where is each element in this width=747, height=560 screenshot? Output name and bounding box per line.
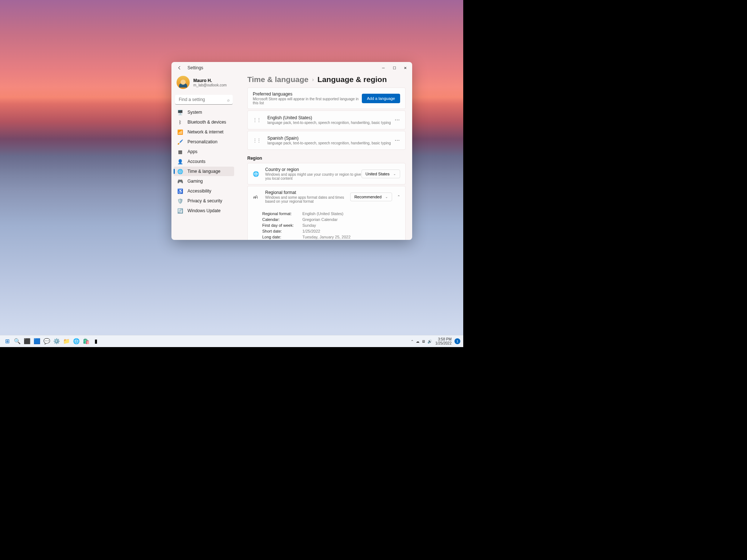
nav-icon: 🖥️ — [177, 109, 183, 115]
language-item[interactable]: ⋮⋮Spanish (Spain)language pack, text-to-… — [247, 131, 406, 150]
search-input[interactable] — [175, 95, 233, 105]
volume-icon[interactable]: 🔊 — [427, 339, 432, 343]
nav-item-bluetooth-devices[interactable]: ᛒBluetooth & devices — [174, 117, 234, 127]
preferred-sub: Microsoft Store apps will appear in the … — [253, 97, 362, 105]
language-item[interactable]: ⋮⋮English (United States)language pack, … — [247, 110, 406, 129]
format-title: Regional format — [265, 190, 350, 195]
breadcrumb-parent[interactable]: Time & language — [247, 75, 309, 84]
country-sub: Windows and apps might use your country … — [265, 172, 361, 180]
nav-icon: ᛒ — [177, 119, 183, 125]
nav-item-personalization[interactable]: 🖌️Personalization — [174, 137, 234, 147]
nav-icon: 📶 — [177, 129, 183, 135]
taskbar: ⊞ 🔍 ⬛ 🟦 💬 ⚙️ 📁 🌐 🛍️ ▮ ⌃ ☁ 🖥 🔊 3:58 PM 1/… — [0, 335, 463, 347]
nav-list: 🖥️SystemᛒBluetooth & devices📶Network & i… — [174, 108, 234, 215]
nav-item-time-language[interactable]: 🌐Time & language — [174, 167, 234, 176]
edge-icon[interactable]: 🌐 — [72, 337, 81, 346]
tray-chevron-up-icon[interactable]: ⌃ — [411, 339, 414, 343]
back-button[interactable] — [176, 64, 183, 71]
taskbar-search-icon[interactable]: 🔍 — [13, 337, 22, 346]
regional-format-row: 🗚 Regional format Windows and some apps … — [247, 186, 406, 207]
country-dropdown[interactable]: United States ⌄ — [361, 170, 400, 178]
user-email: m_lab@outlook.com — [193, 83, 227, 87]
add-language-button[interactable]: Add a language — [362, 94, 400, 103]
format-detail-row: First day of week:Sunday — [262, 222, 400, 228]
language-name: English (United States) — [267, 115, 395, 120]
format-detail-row: Short date:1/25/2022 — [262, 228, 400, 234]
nav-icon: 🌐 — [177, 168, 183, 174]
more-options-button[interactable]: ⋯ — [395, 117, 400, 123]
format-details-panel: Regional format:English (United States)C… — [247, 207, 406, 240]
widgets-icon[interactable]: 🟦 — [32, 337, 41, 346]
drag-handle-icon[interactable]: ⋮⋮ — [253, 117, 261, 122]
language-features: language pack, text-to-speech, speech re… — [267, 121, 395, 125]
nav-icon: 🎮 — [177, 178, 183, 184]
window-title: Settings — [187, 65, 203, 70]
page-title: Language & region — [317, 75, 387, 84]
close-button[interactable]: ✕ — [400, 62, 411, 73]
sidebar: Mauro H. m_lab@outlook.com ⌕ 🖥️SystemᛒBl… — [171, 74, 236, 240]
maximize-button[interactable]: ☐ — [389, 62, 400, 73]
nav-item-system[interactable]: 🖥️System — [174, 108, 234, 117]
drag-handle-icon[interactable]: ⋮⋮ — [253, 138, 261, 143]
nav-icon: ♿ — [177, 188, 183, 194]
main-panel: Time & language › Language & region Pref… — [236, 74, 412, 240]
country-region-row: 🌐 Country or region Windows and apps mig… — [247, 163, 406, 184]
globe-icon: 🌐 — [253, 171, 259, 177]
task-view-icon[interactable]: ⬛ — [23, 337, 31, 346]
titlebar: Settings ─ ☐ ✕ — [171, 62, 412, 74]
format-detail-row: Regional format:English (United States) — [262, 211, 400, 217]
chevron-down-icon: ⌄ — [393, 172, 396, 176]
nav-item-apps[interactable]: ▦Apps — [174, 147, 234, 156]
country-title: Country or region — [265, 167, 361, 172]
preferred-title: Preferred languages — [253, 92, 362, 97]
nav-icon: 👤 — [177, 159, 183, 164]
chat-icon[interactable]: 💬 — [42, 337, 51, 346]
nav-item-windows-update[interactable]: 🔄Windows Update — [174, 206, 234, 215]
region-section-title: Region — [247, 156, 406, 161]
nav-icon: 🖌️ — [177, 139, 183, 145]
nav-icon: ▦ — [177, 149, 183, 155]
user-account-block[interactable]: Mauro H. m_lab@outlook.com — [174, 74, 234, 91]
settings-window: Settings ─ ☐ ✕ Mauro H. m_lab@outlook.co… — [171, 62, 412, 240]
language-name: Spanish (Spain) — [267, 136, 395, 141]
language-features: language pack, text-to-speech, speech re… — [267, 141, 395, 145]
terminal-icon[interactable]: ▮ — [92, 337, 100, 346]
collapse-button[interactable]: ⌃ — [397, 195, 400, 199]
clock[interactable]: 3:58 PM 1/25/2022 — [436, 337, 452, 345]
settings-app-icon[interactable]: ⚙️ — [52, 337, 61, 346]
format-detail-row: Calendar:Gregorian Calendar — [262, 217, 400, 222]
onedrive-icon[interactable]: ☁ — [416, 339, 419, 343]
start-button[interactable]: ⊞ — [3, 337, 12, 346]
store-icon[interactable]: 🛍️ — [82, 337, 90, 346]
nav-item-accounts[interactable]: 👤Accounts — [174, 157, 234, 166]
window-controls: ─ ☐ ✕ — [378, 62, 411, 73]
nav-icon: 🛡️ — [177, 198, 183, 204]
search-box: ⌕ — [175, 95, 233, 105]
nav-item-gaming[interactable]: 🎮Gaming — [174, 176, 234, 186]
minimize-button[interactable]: ─ — [378, 62, 389, 73]
more-options-button[interactable]: ⋯ — [395, 137, 400, 143]
nav-item-privacy-security[interactable]: 🛡️Privacy & security — [174, 196, 234, 206]
nav-item-network-internet[interactable]: 📶Network & internet — [174, 127, 234, 137]
search-icon: ⌕ — [227, 98, 230, 102]
preferred-languages-header: Preferred languages Microsoft Store apps… — [247, 88, 406, 109]
region-format-icon: 🗚 — [253, 194, 259, 200]
chevron-down-icon: ⌄ — [385, 195, 388, 199]
breadcrumb: Time & language › Language & region — [247, 75, 406, 84]
file-explorer-icon[interactable]: 📁 — [62, 337, 71, 346]
format-sub: Windows and some apps format dates and t… — [265, 195, 350, 203]
notification-badge[interactable]: 1 — [454, 338, 460, 344]
user-name: Mauro H. — [193, 78, 227, 83]
format-detail-row: Long date:Tuesday, January 25, 2022 — [262, 234, 400, 240]
chevron-right-icon: › — [312, 77, 314, 82]
format-dropdown[interactable]: Recommended ⌄ — [350, 192, 392, 201]
network-tray-icon[interactable]: 🖥 — [422, 339, 425, 343]
avatar — [177, 76, 190, 89]
desktop-wallpaper: Settings ─ ☐ ✕ Mauro H. m_lab@outlook.co… — [0, 0, 463, 347]
nav-item-accessibility[interactable]: ♿Accessibility — [174, 186, 234, 196]
nav-icon: 🔄 — [177, 208, 183, 214]
